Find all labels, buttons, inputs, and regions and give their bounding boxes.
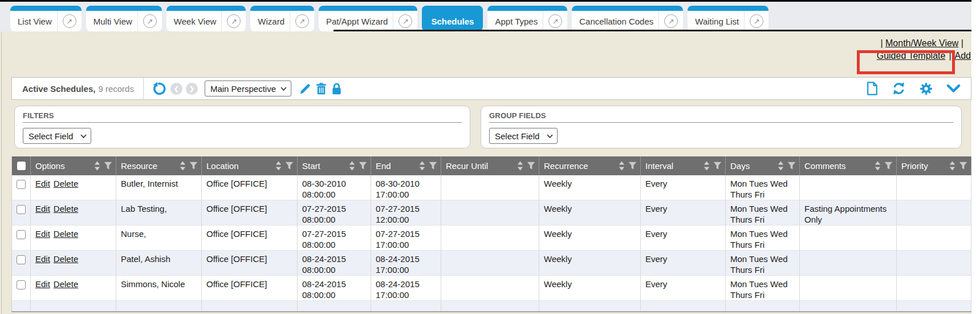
filter-funnel-icon[interactable]	[959, 162, 967, 170]
sort-icon[interactable]	[349, 161, 355, 171]
select-all-checkbox[interactable]	[12, 156, 31, 175]
viewport-cut-line	[11, 311, 971, 312]
add-link[interactable]: Add	[955, 51, 971, 61]
tab-divider	[744, 11, 745, 31]
lock-icon[interactable]	[331, 83, 342, 95]
recur-until-cell	[441, 251, 539, 276]
edit-pencil-icon[interactable]	[299, 83, 311, 95]
row-checkbox[interactable]	[17, 230, 26, 239]
tab-multi-view[interactable]: Multi View ↗	[86, 6, 162, 31]
tab-divider	[57, 11, 58, 31]
sort-icon[interactable]	[419, 161, 425, 171]
delete-link[interactable]: Delete	[54, 229, 78, 239]
delete-link[interactable]: Delete	[54, 179, 78, 188]
column-header-location[interactable]: Location	[202, 156, 298, 175]
edit-link[interactable]: Edit	[35, 254, 50, 264]
column-header-interval[interactable]: Interval	[641, 156, 726, 175]
tab-list-view[interactable]: List View ↗	[10, 6, 82, 31]
sort-icon[interactable]	[778, 161, 784, 171]
settings-gear-icon[interactable]	[920, 82, 933, 95]
tab-external-icon[interactable]: ↗	[63, 14, 76, 28]
filter-funnel-icon[interactable]	[628, 162, 637, 170]
row-checkbox[interactable]	[17, 205, 26, 214]
sort-icon[interactable]	[704, 161, 710, 171]
tab-bar-underline	[334, 30, 971, 31]
edit-link[interactable]: Edit	[35, 279, 50, 289]
column-header-start[interactable]: Start	[298, 156, 371, 175]
tab-external-icon[interactable]: ↗	[398, 14, 412, 28]
guided-template-link[interactable]: Guided Template	[877, 51, 946, 61]
month-week-view-link[interactable]: Month/Week View	[885, 38, 958, 48]
recurrence-cell: Weekly	[539, 276, 641, 301]
sort-icon[interactable]	[180, 161, 186, 171]
tab-divider	[658, 11, 659, 31]
sort-icon[interactable]	[875, 161, 881, 171]
delete-link[interactable]: Delete	[54, 204, 78, 214]
filter-funnel-icon[interactable]	[104, 162, 112, 170]
filters-field-select[interactable]: Select Field	[23, 128, 91, 144]
undo-icon[interactable]	[152, 82, 166, 96]
filter-funnel-icon[interactable]	[787, 162, 796, 170]
tab-external-icon[interactable]: ↗	[227, 14, 241, 28]
sort-icon[interactable]	[517, 161, 523, 171]
edit-link[interactable]: Edit	[35, 229, 50, 239]
edit-link[interactable]: Edit	[35, 204, 50, 214]
column-header-label: Recur Until	[446, 161, 488, 171]
tab-external-icon[interactable]: ↗	[750, 14, 763, 28]
refresh-icon[interactable]	[892, 82, 906, 95]
column-header-days[interactable]: Days	[726, 156, 800, 175]
perspective-select-value: Main Perspective	[210, 84, 276, 94]
column-header-priority[interactable]: Priority	[897, 156, 971, 175]
filter-funnel-icon[interactable]	[189, 162, 198, 170]
comments-cell	[800, 276, 897, 301]
delete-link[interactable]: Delete	[54, 279, 78, 289]
column-header-comments[interactable]: Comments	[800, 156, 897, 175]
recurrence-cell: Weekly	[539, 226, 641, 251]
group-fields-panel: GROUP FIELDS Select Field	[481, 106, 962, 148]
tab-cancellation-codes[interactable]: Cancellation Codes ↗	[572, 6, 683, 31]
tab-schedules-active[interactable]: Schedules	[422, 6, 483, 31]
column-header-end[interactable]: End	[371, 156, 441, 175]
filter-funnel-icon[interactable]	[884, 162, 893, 170]
priority-cell	[897, 200, 971, 226]
column-header-recurrence[interactable]: Recurrence	[539, 156, 641, 175]
tab-waiting-list[interactable]: Waiting List ↗	[688, 6, 768, 31]
filter-funnel-icon[interactable]	[713, 162, 722, 170]
tab-wizard[interactable]: Wizard ↗	[250, 6, 314, 31]
edit-link[interactable]: Edit	[35, 179, 50, 188]
perspective-select[interactable]: Main Perspective	[205, 80, 291, 96]
row-checkbox[interactable]	[17, 180, 26, 189]
sort-icon[interactable]	[619, 161, 625, 171]
tab-external-icon[interactable]: ↗	[295, 14, 309, 28]
row-checkbox[interactable]	[17, 255, 26, 264]
column-header-options[interactable]: Options	[31, 156, 116, 175]
month-week-view-row: | Month/Week View |	[877, 38, 971, 49]
tab-appt-types[interactable]: Appt Types ↗	[487, 6, 567, 31]
delete-link[interactable]: Delete	[54, 254, 78, 264]
tab-external-icon[interactable]: ↗	[143, 14, 157, 28]
prev-icon[interactable]: ❮	[170, 83, 182, 95]
group-fields-select-value: Select Field	[495, 131, 539, 141]
group-fields-select[interactable]: Select Field	[489, 128, 558, 144]
next-icon[interactable]: ❯	[186, 83, 198, 95]
sort-icon[interactable]	[949, 161, 955, 171]
grid-title: Active Schedules,	[22, 84, 95, 94]
delete-trash-icon[interactable]	[316, 83, 327, 95]
tab-accent-bar	[572, 6, 683, 11]
sort-icon[interactable]	[94, 161, 100, 171]
new-document-icon[interactable]	[867, 82, 878, 95]
filter-funnel-icon[interactable]	[285, 162, 294, 170]
tab-external-icon[interactable]: ↗	[664, 14, 678, 28]
tab-external-icon[interactable]: ↗	[548, 14, 562, 28]
priority-cell	[897, 251, 971, 276]
row-checkbox[interactable]	[17, 280, 26, 289]
collapse-chevron-icon[interactable]	[946, 84, 961, 93]
filter-funnel-icon[interactable]	[429, 162, 437, 170]
column-header-recur-until[interactable]: Recur Until	[441, 156, 539, 175]
filter-funnel-icon[interactable]	[527, 162, 535, 170]
tab-week-view[interactable]: Week View ↗	[166, 6, 246, 31]
column-header-resource[interactable]: Resource	[116, 156, 202, 175]
tab-pat-appt-wizard[interactable]: Pat/Appt Wizard ↗	[319, 6, 417, 31]
filter-funnel-icon[interactable]	[359, 162, 367, 170]
sort-icon[interactable]	[275, 161, 282, 171]
